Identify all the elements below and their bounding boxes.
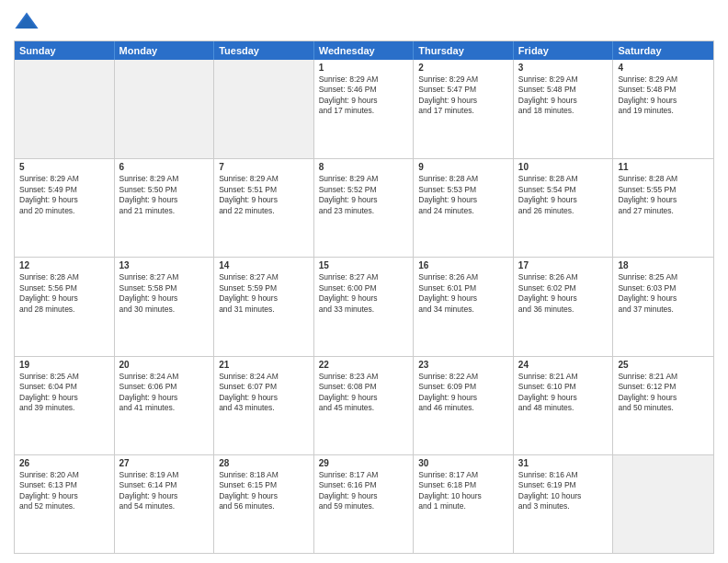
day-number: 7 xyxy=(219,162,309,172)
calendar-cell: 7Sunrise: 8:29 AM Sunset: 5:51 PM Daylig… xyxy=(214,159,314,257)
calendar-cell: 20Sunrise: 8:24 AM Sunset: 6:06 PM Dayli… xyxy=(115,357,215,454)
day-number: 3 xyxy=(518,63,609,73)
day-number: 18 xyxy=(618,260,709,270)
cell-info: Sunrise: 8:25 AM Sunset: 6:04 PM Dayligh… xyxy=(19,372,109,414)
cell-info: Sunrise: 8:27 AM Sunset: 5:59 PM Dayligh… xyxy=(219,272,309,315)
day-number: 25 xyxy=(618,360,709,370)
weekday-header: Sunday xyxy=(15,41,115,60)
calendar-cell: 9Sunrise: 8:28 AM Sunset: 5:53 PM Daylig… xyxy=(414,159,514,257)
day-number: 30 xyxy=(418,458,508,468)
day-number: 20 xyxy=(119,360,210,370)
day-number: 8 xyxy=(319,162,409,172)
calendar-row: 12Sunrise: 8:28 AM Sunset: 5:56 PM Dayli… xyxy=(15,257,713,355)
calendar-cell: 12Sunrise: 8:28 AM Sunset: 5:56 PM Dayli… xyxy=(15,258,115,355)
day-number: 22 xyxy=(319,360,409,370)
calendar-cell: 18Sunrise: 8:25 AM Sunset: 6:03 PM Dayli… xyxy=(613,258,713,355)
logo-icon xyxy=(14,9,40,35)
calendar-cell: 15Sunrise: 8:27 AM Sunset: 6:00 PM Dayli… xyxy=(314,258,415,355)
weekday-header: Wednesday xyxy=(314,41,415,60)
cell-info: Sunrise: 8:17 AM Sunset: 6:18 PM Dayligh… xyxy=(418,470,508,512)
cell-info: Sunrise: 8:24 AM Sunset: 6:07 PM Dayligh… xyxy=(219,372,309,414)
day-number: 13 xyxy=(119,260,210,270)
calendar-cell: 8Sunrise: 8:29 AM Sunset: 5:52 PM Daylig… xyxy=(314,159,415,257)
cell-info: Sunrise: 8:28 AM Sunset: 5:54 PM Dayligh… xyxy=(518,174,609,216)
cell-info: Sunrise: 8:26 AM Sunset: 6:01 PM Dayligh… xyxy=(418,272,508,315)
cell-info: Sunrise: 8:23 AM Sunset: 6:08 PM Dayligh… xyxy=(319,372,409,414)
day-number: 14 xyxy=(219,260,309,270)
calendar-row: 1Sunrise: 8:29 AM Sunset: 5:46 PM Daylig… xyxy=(15,60,713,158)
page: SundayMondayTuesdayWednesdayThursdayFrid… xyxy=(0,0,728,563)
cell-info: Sunrise: 8:21 AM Sunset: 6:12 PM Dayligh… xyxy=(618,372,709,414)
calendar-cell xyxy=(115,60,215,158)
weekday-header: Monday xyxy=(115,41,215,60)
cell-info: Sunrise: 8:24 AM Sunset: 6:06 PM Dayligh… xyxy=(119,372,210,414)
day-number: 19 xyxy=(19,360,109,370)
weekday-header: Tuesday xyxy=(214,41,314,60)
calendar-cell: 6Sunrise: 8:29 AM Sunset: 5:50 PM Daylig… xyxy=(115,159,215,257)
calendar-row: 5Sunrise: 8:29 AM Sunset: 5:49 PM Daylig… xyxy=(15,158,713,257)
calendar-cell: 19Sunrise: 8:25 AM Sunset: 6:04 PM Dayli… xyxy=(15,357,115,454)
day-number: 1 xyxy=(319,63,409,73)
cell-info: Sunrise: 8:28 AM Sunset: 5:55 PM Dayligh… xyxy=(618,174,709,216)
cell-info: Sunrise: 8:28 AM Sunset: 5:56 PM Dayligh… xyxy=(19,272,109,315)
cell-info: Sunrise: 8:18 AM Sunset: 6:15 PM Dayligh… xyxy=(219,470,309,512)
cell-info: Sunrise: 8:29 AM Sunset: 5:48 PM Dayligh… xyxy=(518,75,609,117)
calendar-cell: 11Sunrise: 8:28 AM Sunset: 5:55 PM Dayli… xyxy=(613,159,713,257)
day-number: 6 xyxy=(119,162,210,172)
cell-info: Sunrise: 8:16 AM Sunset: 6:19 PM Dayligh… xyxy=(518,470,609,512)
cell-info: Sunrise: 8:29 AM Sunset: 5:48 PM Dayligh… xyxy=(618,75,709,117)
cell-info: Sunrise: 8:28 AM Sunset: 5:53 PM Dayligh… xyxy=(418,174,508,216)
day-number: 23 xyxy=(418,360,508,370)
calendar-cell: 31Sunrise: 8:16 AM Sunset: 6:19 PM Dayli… xyxy=(514,455,614,553)
calendar-cell: 24Sunrise: 8:21 AM Sunset: 6:10 PM Dayli… xyxy=(514,357,614,454)
weekday-header: Friday xyxy=(514,41,614,60)
day-number: 31 xyxy=(518,458,609,468)
cell-info: Sunrise: 8:29 AM Sunset: 5:46 PM Dayligh… xyxy=(319,75,409,117)
day-number: 26 xyxy=(19,458,109,468)
cell-info: Sunrise: 8:26 AM Sunset: 6:02 PM Dayligh… xyxy=(518,272,609,315)
calendar-cell xyxy=(15,60,115,158)
cell-info: Sunrise: 8:17 AM Sunset: 6:16 PM Dayligh… xyxy=(319,470,409,512)
calendar-cell: 16Sunrise: 8:26 AM Sunset: 6:01 PM Dayli… xyxy=(414,258,514,355)
calendar-cell: 27Sunrise: 8:19 AM Sunset: 6:14 PM Dayli… xyxy=(115,455,215,553)
day-number: 9 xyxy=(418,162,508,172)
weekday-header: Saturday xyxy=(613,41,713,60)
cell-info: Sunrise: 8:29 AM Sunset: 5:52 PM Dayligh… xyxy=(319,174,409,216)
calendar-row: 19Sunrise: 8:25 AM Sunset: 6:04 PM Dayli… xyxy=(15,356,713,454)
day-number: 28 xyxy=(219,458,309,468)
calendar-row: 26Sunrise: 8:20 AM Sunset: 6:13 PM Dayli… xyxy=(15,454,713,553)
calendar-cell: 25Sunrise: 8:21 AM Sunset: 6:12 PM Dayli… xyxy=(613,357,713,454)
calendar-cell: 1Sunrise: 8:29 AM Sunset: 5:46 PM Daylig… xyxy=(314,60,415,158)
cell-info: Sunrise: 8:29 AM Sunset: 5:47 PM Dayligh… xyxy=(418,75,508,117)
calendar-header: SundayMondayTuesdayWednesdayThursdayFrid… xyxy=(15,41,713,60)
cell-info: Sunrise: 8:29 AM Sunset: 5:50 PM Dayligh… xyxy=(119,174,210,216)
day-number: 29 xyxy=(319,458,409,468)
calendar-body: 1Sunrise: 8:29 AM Sunset: 5:46 PM Daylig… xyxy=(15,60,713,553)
calendar-cell: 29Sunrise: 8:17 AM Sunset: 6:16 PM Dayli… xyxy=(314,455,415,553)
calendar-cell xyxy=(613,455,713,553)
day-number: 16 xyxy=(418,260,508,270)
calendar-cell: 2Sunrise: 8:29 AM Sunset: 5:47 PM Daylig… xyxy=(414,60,514,158)
calendar-cell: 26Sunrise: 8:20 AM Sunset: 6:13 PM Dayli… xyxy=(15,455,115,553)
calendar: SundayMondayTuesdayWednesdayThursdayFrid… xyxy=(14,40,714,554)
calendar-cell: 13Sunrise: 8:27 AM Sunset: 5:58 PM Dayli… xyxy=(115,258,215,355)
calendar-cell: 23Sunrise: 8:22 AM Sunset: 6:09 PM Dayli… xyxy=(414,357,514,454)
logo xyxy=(14,9,42,35)
calendar-cell: 14Sunrise: 8:27 AM Sunset: 5:59 PM Dayli… xyxy=(214,258,314,355)
day-number: 10 xyxy=(518,162,609,172)
calendar-cell: 28Sunrise: 8:18 AM Sunset: 6:15 PM Dayli… xyxy=(214,455,314,553)
cell-info: Sunrise: 8:29 AM Sunset: 5:51 PM Dayligh… xyxy=(219,174,309,216)
calendar-cell: 4Sunrise: 8:29 AM Sunset: 5:48 PM Daylig… xyxy=(613,60,713,158)
cell-info: Sunrise: 8:20 AM Sunset: 6:13 PM Dayligh… xyxy=(19,470,109,512)
day-number: 17 xyxy=(518,260,609,270)
day-number: 15 xyxy=(319,260,409,270)
weekday-header: Thursday xyxy=(414,41,514,60)
day-number: 5 xyxy=(19,162,109,172)
calendar-cell: 22Sunrise: 8:23 AM Sunset: 6:08 PM Dayli… xyxy=(314,357,415,454)
calendar-cell: 10Sunrise: 8:28 AM Sunset: 5:54 PM Dayli… xyxy=(514,159,614,257)
day-number: 12 xyxy=(19,260,109,270)
header xyxy=(14,9,714,35)
cell-info: Sunrise: 8:27 AM Sunset: 6:00 PM Dayligh… xyxy=(319,272,409,315)
day-number: 21 xyxy=(219,360,309,370)
day-number: 27 xyxy=(119,458,210,468)
